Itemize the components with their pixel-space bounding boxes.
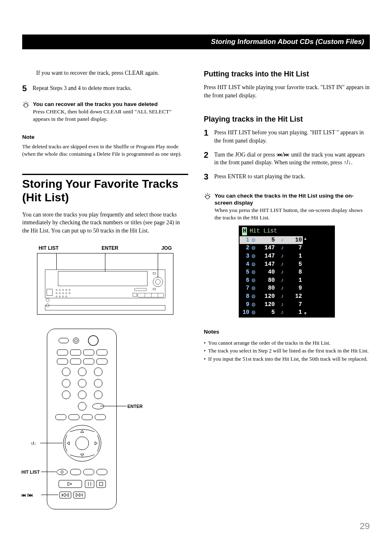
- osd-row-disc: 120: [258, 292, 275, 301]
- svg-line-2: [24, 103, 25, 104]
- note-icon: ♪: [275, 276, 290, 285]
- header-bar: Storing Information About CDs (Custom Fi…: [22, 35, 370, 49]
- tip-icon-2: [204, 192, 211, 202]
- disc-icon: ◎: [249, 292, 258, 301]
- disc-icon: ◎: [249, 301, 258, 309]
- step-5-text: Repeat Steps 3 and 4 to delete more trac…: [32, 84, 131, 92]
- svg-rect-64: [82, 415, 92, 420]
- svg-rect-72: [97, 469, 107, 475]
- svg-line-3: [28, 103, 28, 104]
- osd-header: H Hit List: [240, 226, 334, 236]
- osd: H Hit List 1◎5♪102◎147♪73◎147♪14◎147♪55◎…: [239, 226, 335, 318]
- tip-onscreen: You can check the tracks in the Hit List…: [204, 192, 370, 222]
- section-title: Storing Your Favorite Tracks (Hit List): [22, 177, 188, 204]
- osd-row-track: 1: [290, 276, 302, 285]
- osd-row-track: 9: [290, 284, 302, 292]
- svg-point-53: [94, 368, 102, 376]
- osd-row: 7◎80♪9: [240, 284, 303, 292]
- svg-point-52: [78, 368, 86, 376]
- section-intro: You can store the tracks you play freque…: [22, 211, 188, 235]
- svg-point-40: [73, 338, 79, 343]
- svg-point-81: [206, 195, 210, 199]
- playing-step-2-text-c: .: [351, 159, 353, 166]
- svg-point-69: [61, 471, 63, 473]
- osd-scrollbar: ▲ ▼: [303, 236, 308, 317]
- disc-icon: ◎: [249, 236, 258, 244]
- svg-point-42: [88, 336, 98, 345]
- remote-label-hitlist: HIT LIST: [21, 469, 40, 475]
- svg-point-23: [56, 293, 57, 294]
- osd-row-track: 10: [290, 236, 302, 244]
- svg-rect-10: [58, 272, 148, 286]
- svg-rect-14: [153, 288, 155, 290]
- right-column: Putting tracks into the Hit List Press H…: [204, 69, 370, 510]
- cd-player-diagram: [37, 253, 173, 315]
- svg-point-54: [62, 379, 70, 387]
- playing-step-3-text: Press ENTER to start playing the track.: [214, 173, 305, 181]
- svg-line-83: [205, 194, 206, 195]
- bullet-icon: •: [204, 347, 206, 355]
- putting-title: Putting tracks into the Hit List: [204, 69, 370, 79]
- svg-point-59: [94, 391, 102, 399]
- osd-row: 2◎147♪7: [240, 244, 303, 252]
- osd-row-disc: 80: [258, 276, 275, 285]
- osd-row-index: 2: [240, 244, 249, 252]
- osd-body: 1◎5♪102◎147♪73◎147♪14◎147♪55◎40♪86◎80♪17…: [240, 236, 334, 317]
- recover-paragraph: If you want to recover the track, press …: [36, 69, 188, 77]
- osd-row-disc: 5: [258, 309, 275, 317]
- note-icon: ♪: [275, 309, 290, 317]
- cd-player-svg: [37, 253, 173, 314]
- svg-rect-38: [45, 306, 165, 311]
- svg-rect-77: [97, 480, 106, 488]
- up-down-icon: ↑/↓: [344, 159, 351, 166]
- prev-next-icon: ⏮/⏭: [277, 151, 290, 158]
- tip-onscreen-title: You can check the tracks in the Hit List…: [214, 192, 370, 207]
- osd-row: 9◎120♪7: [240, 301, 303, 309]
- osd-header-icon: H: [242, 227, 247, 235]
- playing-step-2-text-a: Turn the JOG dial or press: [214, 152, 277, 158]
- svg-rect-44: [70, 350, 81, 355]
- osd-row: 10◎5♪1: [240, 309, 303, 317]
- playing-step-2-text: Turn the JOG dial or press ⏮/⏭ until the…: [214, 151, 370, 167]
- svg-point-28: [56, 296, 57, 297]
- svg-rect-65: [95, 415, 106, 420]
- note-body: The deleted tracks are skipped even in t…: [22, 143, 188, 157]
- svg-point-56: [94, 379, 102, 387]
- svg-point-25: [62, 293, 64, 294]
- disc-icon: ◎: [249, 252, 258, 260]
- note-icon: ♪: [275, 244, 290, 252]
- playing-step-1-num: 1: [204, 129, 208, 137]
- osd-row-track: 1: [290, 252, 302, 260]
- remote-line-hitlist: [41, 472, 56, 472]
- list-item: •The track you select in Step 2 will be …: [204, 347, 370, 355]
- svg-point-16: [46, 299, 49, 302]
- svg-point-30: [62, 296, 64, 297]
- osd-row-index: 1: [240, 236, 249, 244]
- note-text: If you input the 51st track into the Hit…: [208, 355, 368, 363]
- osd-row: 3◎147♪1: [240, 252, 303, 260]
- svg-rect-71: [83, 469, 94, 475]
- svg-rect-74: [85, 480, 94, 488]
- tip-icon: [22, 101, 30, 111]
- osd-row-disc: 120: [258, 301, 275, 309]
- svg-rect-47: [57, 359, 68, 364]
- svg-rect-33: [133, 293, 137, 297]
- disc-icon: ◎: [249, 268, 258, 276]
- disc-icon: ◎: [249, 309, 258, 317]
- step-5: 5 Repeat Steps 3 and 4 to delete more tr…: [22, 84, 188, 92]
- svg-point-68: [57, 469, 67, 475]
- note-icon: ♪: [275, 260, 290, 269]
- osd-header-text: Hit List: [249, 227, 277, 235]
- svg-point-58: [78, 391, 86, 399]
- left-column: If you want to recover the track, press …: [22, 69, 188, 510]
- osd-row-index: 7: [240, 284, 249, 292]
- bullet-icon: •: [204, 339, 206, 347]
- osd-row: 4◎147♪5: [240, 260, 303, 269]
- panel-labels: HIT LIST ENTER JOG: [39, 245, 172, 252]
- playing-step-1: 1 Press HIT LIST before you start playin…: [204, 129, 370, 145]
- svg-rect-15: [47, 289, 53, 296]
- note-text: You cannot arrange the order of the trac…: [208, 339, 331, 347]
- tip-onscreen-content: You can check the tracks in the Hit List…: [214, 192, 370, 222]
- note-title: Note: [22, 134, 188, 141]
- svg-point-12: [155, 279, 160, 284]
